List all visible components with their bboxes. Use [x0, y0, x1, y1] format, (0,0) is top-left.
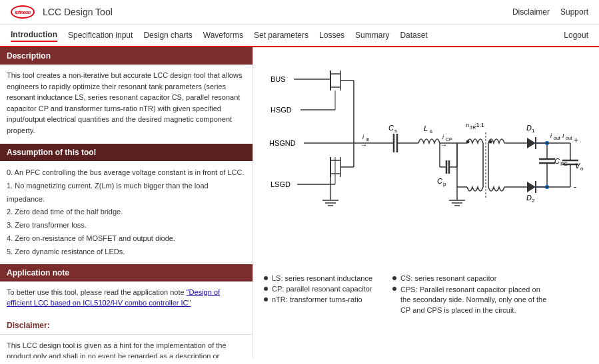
legend-cs: CS: series resonant capacitor — [392, 274, 547, 282]
hsgnd-label: HSGND — [269, 139, 296, 147]
circuit-diagram: BUS HSGD HSGND LSGD — [264, 54, 584, 267]
mosfet-upper — [304, 71, 354, 110]
cs-capacitor: C s — [380, 124, 410, 152]
nav: Introduction Specification input Design … — [0, 25, 599, 47]
d2-label: D — [526, 194, 532, 202]
header-right: Disclaimer Support — [512, 7, 588, 17]
legend-bullet-ls — [264, 276, 268, 280]
legend-ntr: nTR: transformer turns-ratio — [264, 295, 372, 303]
app-note-intro: To better use this tool, please read the… — [7, 288, 187, 296]
nav-specification[interactable]: Specification input — [68, 29, 133, 41]
svg-marker-46 — [527, 182, 536, 192]
iout2-sub: out — [566, 136, 572, 140]
ls-sub-label: s — [430, 128, 432, 134]
lsgd-label: LSGD — [271, 180, 291, 188]
iin-label: i — [362, 134, 364, 140]
app-note-header: Application note — [0, 264, 253, 281]
legend-ls: LS: series resonant inductance — [264, 274, 372, 282]
app-note-text: To better use this tool, please read the… — [7, 287, 246, 309]
assumption-item-4: 4. Zero on-resistance of MOSFET and outp… — [7, 232, 246, 246]
assumption-list: 0. An PFC controlling the bus average vo… — [0, 161, 253, 264]
assumption-item-2: 2. Zero dead time of the half bridge. — [7, 206, 246, 219]
header-left: infineon LCC Design Tool — [11, 5, 113, 19]
right-panel: BUS HSGD HSGND LSGD — [253, 47, 599, 358]
app-title: LCC Design Tool — [43, 7, 113, 17]
bus-label: BUS — [271, 75, 286, 83]
assumption-item-0: 0. An PFC controlling the bus average vo… — [7, 166, 246, 180]
logout-button[interactable]: Logout — [564, 31, 588, 40]
legend-cps-text: CPS: Parallel resonant capacitor placed … — [400, 285, 547, 315]
disclaimer-content: This LCC design tool is given as a hint … — [0, 335, 253, 358]
iout2-label: I — [562, 132, 564, 139]
header: infineon LCC Design Tool Disclaimer Supp… — [0, 0, 599, 25]
legend-ntr-text: nTR: transformer turns-ratio — [272, 295, 362, 303]
d1-diode: D 1 — [517, 124, 547, 149]
disclaimer-text: This LCC design tool is given as a hint … — [7, 340, 246, 358]
cp-label: C — [437, 177, 442, 185]
description-header: Description — [0, 47, 253, 65]
nav-summary[interactable]: Summary — [355, 29, 389, 41]
legend-cs-text: CS: series resonant capacitor — [400, 274, 496, 282]
plus-sign: + — [574, 136, 578, 145]
left-panel: Description This tool creates a non-iter… — [0, 47, 253, 358]
ntr-label: n — [466, 122, 469, 128]
description-content: This tool creates a non-iterative but ac… — [0, 65, 253, 144]
iout-sub: out — [554, 136, 560, 140]
cps-label: C — [554, 157, 560, 165]
ls-inductor: L s — [410, 124, 450, 143]
cp-sub: p — [443, 181, 446, 187]
hsgd-label: HSGD — [271, 106, 292, 114]
legend-bullet-cps — [392, 287, 396, 291]
ls-label: L — [424, 124, 428, 132]
transformer: n TR :1:1 — [457, 122, 517, 198]
legend-cp-text: CP: parallel resonant capacitor — [272, 285, 372, 293]
logo-icon: infineon — [11, 5, 35, 19]
assumption-item-1: 1. No magnetizing current. Z(Lm) is much… — [7, 180, 246, 206]
icp-arrow: → — [440, 141, 447, 148]
nav-waveforms[interactable]: Waveforms — [203, 29, 243, 41]
iout-label: i — [550, 132, 552, 139]
nav-set-parameters[interactable]: Set parameters — [254, 29, 308, 41]
legend-bullet-cs — [392, 276, 396, 280]
legend-bullet-ntr — [264, 297, 268, 301]
main-content: Description This tool creates a non-iter… — [0, 47, 599, 358]
legend-bullet-cp — [264, 287, 268, 291]
description-text: This tool creates a non-iterative but ac… — [7, 70, 246, 136]
legend-ls-text: LS: series resonant inductance — [272, 274, 372, 282]
ntr-ratio: :1:1 — [474, 122, 484, 128]
disclaimer-link[interactable]: Disclaimer — [512, 7, 550, 17]
logo-text: infineon — [15, 10, 30, 15]
cs-sub-label: s — [394, 128, 397, 134]
svg-marker-42 — [527, 138, 536, 148]
assumption-header: Assumption of this tool — [0, 144, 253, 161]
nav-left: Introduction Specification input Design … — [11, 29, 428, 42]
legend-cp: CP: parallel resonant capacitor — [264, 285, 372, 293]
cs-label: C — [388, 124, 394, 132]
legend-left: LS: series resonant inductance CP: paral… — [264, 274, 372, 315]
icp-label: i — [442, 134, 444, 140]
d1-label: D — [526, 124, 532, 132]
svg-point-35 — [466, 140, 470, 144]
nav-introduction[interactable]: Introduction — [11, 29, 57, 42]
d2-diode: D 2 — [517, 181, 547, 204]
mosfet-lower — [307, 81, 354, 184]
logo: infineon — [11, 5, 35, 19]
support-link[interactable]: Support — [560, 7, 588, 17]
cp-capacitor: C p — [437, 143, 457, 187]
d1-sub: 1 — [532, 128, 535, 134]
legend: LS: series resonant inductance CP: paral… — [264, 274, 584, 315]
iin-arrow: → — [360, 141, 367, 148]
disclaimer-header: Disclaimer: — [0, 317, 253, 335]
minus-sign: - — [574, 182, 576, 192]
assumption-item-5: 5. Zero dynamic resistance of LEDs. — [7, 246, 246, 259]
legend-right: CS: series resonant capacitor CPS: Paral… — [392, 274, 547, 315]
app-note-content: To better use this tool, please read the… — [0, 281, 253, 317]
nav-design-charts[interactable]: Design charts — [143, 29, 192, 41]
d2-sub: 2 — [532, 198, 535, 204]
nav-losses[interactable]: Losses — [319, 29, 344, 41]
assumption-item-3: 3. Zero transformer loss. — [7, 219, 246, 232]
nav-dataset[interactable]: Dataset — [400, 29, 427, 41]
legend-cps: CPS: Parallel resonant capacitor placed … — [392, 285, 547, 315]
vo-sub: o — [580, 166, 584, 172]
